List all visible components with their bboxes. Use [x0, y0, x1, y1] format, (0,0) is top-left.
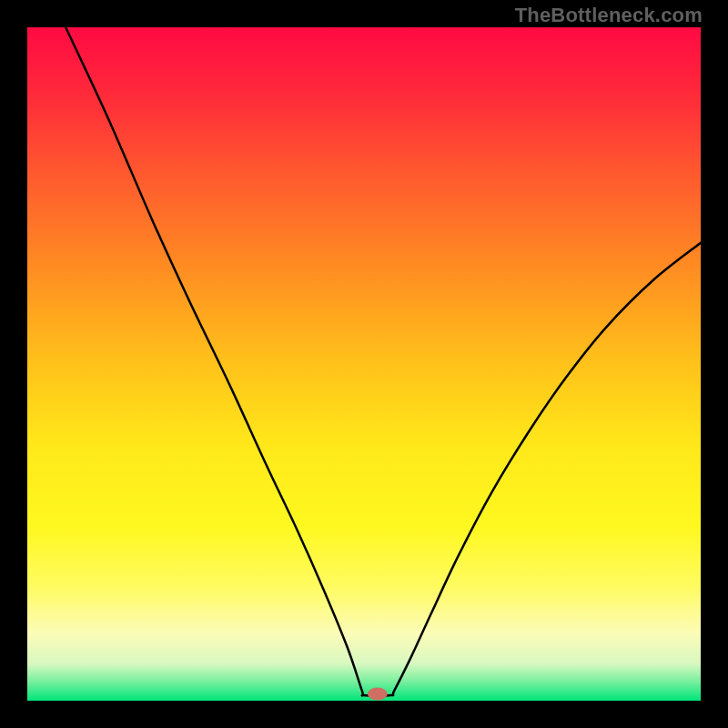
- watermark-text: TheBottleneck.com: [515, 4, 703, 27]
- gradient-background: [27, 27, 701, 701]
- optimum-marker: [368, 688, 388, 701]
- chart-svg: [27, 27, 701, 701]
- plot-area: [27, 27, 701, 701]
- chart-frame: TheBottleneck.com: [0, 0, 728, 728]
